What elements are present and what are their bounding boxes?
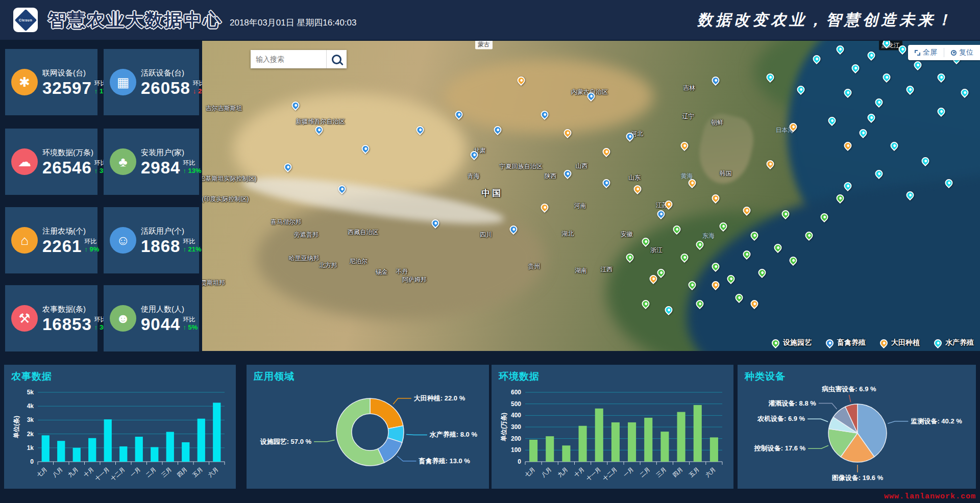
map-marker-pin[interactable]: [710, 75, 721, 86]
panel-environment-data: 环境数据 0100200300400500600七月八月九月十月十一月十二月一月…: [492, 365, 733, 489]
map-place-label: 陕西: [545, 172, 557, 181]
china-satellite-map[interactable]: 蒙古内蒙古自治区黑龙江吉林辽宁朝鲜韩国日本海黄海东海河北山西山东陕西河南江苏安徽…: [202, 41, 980, 351]
weather-icon: ☁: [11, 148, 38, 175]
stat-label: 安装用户(家): [141, 148, 202, 158]
svg-text:四月: 四月: [176, 466, 188, 479]
compare-label: 环比: [183, 316, 198, 323]
compare-label: 环比: [84, 238, 99, 245]
search-input[interactable]: [251, 50, 326, 68]
map-place-label: 吉林: [683, 83, 695, 92]
map-place-label: 阿萨姆邦: [402, 275, 427, 284]
legend-item[interactable]: 大田种植: [880, 338, 920, 347]
fullscreen-label: 全屏: [923, 48, 937, 57]
tools-icon: ⚒: [11, 305, 38, 332]
svg-text:五月: 五月: [191, 466, 204, 479]
svg-text:十二月: 十二月: [109, 466, 126, 482]
application-donut-chart: 大田种植: 22.0 %水产养殖: 8.0 %畜禽养殖: 13.0 %设施园艺:…: [254, 385, 485, 485]
map-place-label: 江西: [600, 265, 612, 274]
map-place-label: 湖南: [575, 266, 587, 274]
svg-text:500: 500: [511, 400, 521, 408]
stat-label: 农事数据(条): [42, 305, 113, 314]
map-place-label: 山东: [628, 173, 641, 182]
svg-text:七月: 七月: [523, 466, 536, 479]
stat-card: ⚒ 农事数据(条) 16853 环比↑ 36%: [5, 285, 97, 351]
map-marker-pin[interactable]: [632, 184, 643, 194]
fullscreen-button[interactable]: 全屏: [908, 45, 944, 60]
svg-text:3k: 3k: [27, 416, 34, 423]
stat-value: 2261: [42, 238, 82, 255]
map-marker-pin[interactable]: [562, 168, 573, 179]
map-marker-pin[interactable]: [656, 208, 667, 219]
stat-label: 活跃设备(台): [141, 68, 211, 78]
stat-delta: ↑ 13%: [183, 167, 201, 175]
map-place-label: 韩国: [720, 169, 732, 178]
svg-text:三月: 三月: [655, 466, 667, 479]
svg-text:三月: 三月: [160, 466, 173, 479]
map-place-label: 青海: [468, 172, 480, 181]
map-marker-pin[interactable]: [710, 193, 721, 204]
panel-title: 应用领域: [254, 370, 485, 383]
stat-value: 1868: [141, 238, 180, 255]
reset-button[interactable]: 复位: [944, 45, 980, 60]
map-marker-pin[interactable]: [765, 159, 775, 169]
svg-text:九月: 九月: [67, 466, 79, 479]
search-button[interactable]: [326, 50, 347, 68]
svg-text:水产养殖: 8.0 %: 水产养殖: 8.0 %: [429, 431, 478, 438]
stat-value: 32597: [42, 80, 92, 96]
svg-text:四月: 四月: [671, 466, 683, 479]
svg-text:0: 0: [30, 458, 34, 465]
svg-text:单位(万条): 单位(万条): [500, 413, 507, 442]
slogan: 数据改变农业，智慧创造未来！: [697, 10, 967, 31]
search-icon: [332, 55, 341, 64]
map-place-label: 辽宁: [682, 112, 695, 120]
svg-text:二月: 二月: [144, 466, 157, 479]
svg-text:100: 100: [511, 446, 521, 454]
svg-text:2k: 2k: [27, 431, 34, 438]
svg-text:十月: 十月: [573, 466, 585, 479]
map-place-label: 四川: [480, 231, 492, 239]
svg-text:4k: 4k: [27, 403, 34, 410]
svg-text:控制设备: 17.6 %: 控制设备: 17.6 %: [754, 444, 806, 452]
map-place-label: (巴基斯坦实际控制区): [202, 174, 257, 183]
stat-label: 联网设备(台): [42, 68, 113, 78]
legend-item[interactable]: 畜禽养殖: [826, 338, 866, 347]
map-marker-pin[interactable]: [679, 140, 690, 151]
legend-pin-icon: [878, 337, 889, 348]
map-place-label: 吉尔吉斯斯坦: [206, 104, 242, 112]
svg-text:十二月: 十二月: [602, 466, 619, 482]
map-terrain-gobi: [443, 59, 653, 134]
map-marker-pin[interactable]: [601, 178, 612, 188]
map-place-label: 哈里亚纳邦: [289, 254, 320, 262]
svg-text:200: 200: [511, 435, 521, 442]
svg-text:大田种植: 22.0 %: 大田种植: 22.0 %: [414, 394, 465, 402]
stat-value: 16853: [42, 316, 92, 333]
map-legend: 设施园艺畜禽养殖大田种植水产养殖: [772, 338, 974, 347]
panel-title: 环境数据: [499, 370, 729, 383]
map-place-label: 浙江: [650, 245, 663, 254]
stat-label: 活跃用户(个): [141, 227, 202, 236]
stat-delta: ↑ 9%: [84, 245, 99, 254]
stat-card: ▦ 活跃设备(台) 26058 环比↓ 20%: [104, 49, 199, 115]
svg-text:农机设备: 6.9 %: 农机设备: 6.9 %: [757, 415, 805, 422]
svg-text:五月: 五月: [688, 466, 700, 479]
map-place-label: 拉贾斯坦邦: [202, 279, 225, 287]
svg-text:一月: 一月: [622, 466, 634, 479]
map-place-label: 山西: [576, 162, 588, 170]
logo-text: Clesun: [19, 18, 32, 22]
users-icon: ☻: [110, 305, 136, 332]
legend-item[interactable]: 水产养殖: [934, 338, 974, 347]
map-marker-pin[interactable]: [601, 146, 612, 157]
stat-value: 2984: [141, 159, 180, 176]
svg-text:1k: 1k: [27, 444, 34, 451]
svg-text:十月: 十月: [82, 466, 94, 479]
panel-farm-data: 农事数据 01k2k3k4k5k七月八月九月十月十一月十二月一月二月三月四月五月…: [4, 365, 236, 489]
map-place-label: 蒙古: [475, 41, 493, 49]
device-types-pie-chart: 监测设备: 40.2 %图像设备: 19.6 %控制设备: 17.6 %农机设备…: [745, 385, 972, 485]
header: Clesun 智慧农业大数据中心 2018年03月01日 星期四16:40:03…: [0, 0, 980, 40]
map-marker-pin[interactable]: [539, 202, 550, 213]
legend-label: 设施园艺: [783, 338, 812, 347]
map-place-label: 不丹: [396, 267, 408, 275]
svg-text:设施园艺: 57.0 %: 设施园艺: 57.0 %: [260, 438, 312, 445]
map-place-label: 朝鲜: [711, 118, 723, 127]
legend-item[interactable]: 设施园艺: [772, 338, 812, 347]
